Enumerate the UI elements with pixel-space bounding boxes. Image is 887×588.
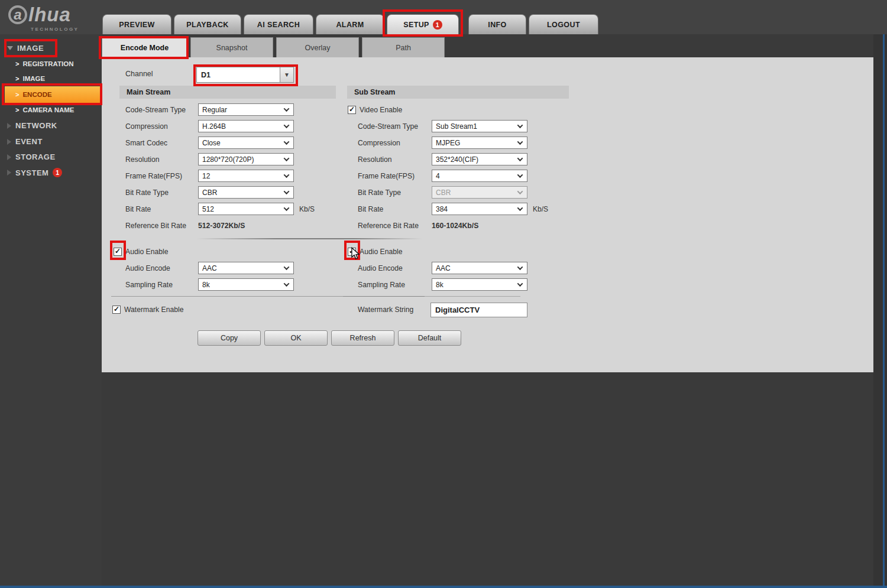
main-bit-rate-select[interactable]: 512 <box>198 203 294 215</box>
audio-main-sampling-rate-select[interactable]: 8k <box>198 278 294 291</box>
nav-tab-ai-search[interactable]: AI SEARCH <box>244 14 313 34</box>
sub-bit-rate-select[interactable]: 384 <box>432 203 527 215</box>
field-row: Bit Rate Type CBR <box>347 186 572 199</box>
section-divider <box>343 296 520 297</box>
nav-tab-label: LOGOUT <box>547 21 580 29</box>
sidebar: IMAGE > REGISTRATION > IMAGE > ENCODE > … <box>0 34 102 588</box>
copy-button[interactable]: Copy <box>198 330 261 346</box>
nav-tab-playback[interactable]: PLAYBACK <box>174 14 241 34</box>
ok-button[interactable]: OK <box>264 330 328 346</box>
setup-alert-badge: 1 <box>433 20 442 30</box>
subtab-label: Snapshot <box>216 44 248 52</box>
default-button[interactable]: Default <box>398 330 461 346</box>
select-value: CBR <box>436 189 451 197</box>
sidebar-group-network[interactable]: NETWORK <box>7 121 57 130</box>
triangle-right-icon <box>7 139 11 145</box>
sub-resolution-select[interactable]: 352*240(CIF) <box>432 153 527 165</box>
main-smart-codec-select[interactable]: Close <box>198 137 294 149</box>
nav-tab-info[interactable]: INFO <box>468 14 526 34</box>
sub-frame-rate-select[interactable]: 4 <box>432 170 527 182</box>
field-row: Sampling Rate 8k <box>348 278 572 291</box>
nav-tab-setup[interactable]: SETUP 1 <box>387 14 459 34</box>
channel-row: Channel <box>125 66 196 82</box>
sidebar-item-label: REGISTRATION <box>22 60 73 67</box>
field-row: Bit Rate Type CBR <box>119 186 336 199</box>
sidebar-item-image[interactable]: > IMAGE <box>15 75 45 82</box>
main-bit-rate-type-select[interactable]: CBR <box>198 186 294 199</box>
triangle-down-icon <box>7 46 13 50</box>
button-label: Copy <box>221 334 238 342</box>
field-label: Smart Codec <box>119 139 198 147</box>
chevron-down-icon <box>284 281 290 287</box>
watermark-enable-checkbox[interactable] <box>112 306 121 314</box>
watermark-enable-row: Watermark Enable <box>112 306 183 314</box>
audio-main-encode-select[interactable]: AAC <box>198 262 294 274</box>
screen-edge-blue-bottom <box>0 586 887 588</box>
sub-code-stream-type-select[interactable]: Sub Stream1 <box>432 120 527 132</box>
select-value: 512 <box>202 205 214 213</box>
field-row: Audio Encode AAC <box>348 262 572 274</box>
select-value: 12 <box>202 172 210 180</box>
chevron-down-icon <box>284 122 290 128</box>
audio-sub-sampling-rate-select[interactable]: 8k <box>432 278 527 291</box>
audio-enable-main-checkbox[interactable] <box>114 248 122 256</box>
sidebar-item-camera-name[interactable]: > CAMERA NAME <box>15 106 75 113</box>
chevron-right-icon: > <box>15 106 19 113</box>
video-enable-label: Video Enable <box>360 106 402 114</box>
field-row: Bit Rate 512 Kb/S <box>119 203 336 215</box>
video-enable-row: Video Enable <box>347 103 572 116</box>
sidebar-item-registration[interactable]: > REGISTRATION <box>15 60 73 67</box>
main-code-stream-type-select[interactable]: Regular <box>198 103 294 116</box>
sidebar-group-system[interactable]: SYSTEM 1 <box>7 168 62 177</box>
reference-bit-rate-row: Reference Bit Rate 160-1024Kb/S <box>347 220 572 232</box>
tab-snapshot[interactable]: Snapshot <box>190 37 273 57</box>
encode-mode-panel: Channel D1 ▼ Main Stream Code-Stream Typ… <box>102 57 873 372</box>
chevron-down-icon <box>517 122 523 128</box>
audio-enable-row: Audio Enable <box>114 245 332 258</box>
chevron-down-icon <box>517 189 523 194</box>
dahua-web-ui: a lhua TECHNOLOGY PREVIEW PLAYBACK AI SE… <box>0 0 887 588</box>
field-row: Smart Codec Close <box>119 137 336 149</box>
triangle-right-icon <box>7 170 11 176</box>
video-enable-checkbox[interactable] <box>348 106 356 114</box>
tab-encode-mode[interactable]: Encode Mode <box>102 37 187 57</box>
refresh-button[interactable]: Refresh <box>331 330 394 346</box>
channel-dropdown-button[interactable]: ▼ <box>280 67 293 82</box>
sidebar-item-label: ENCODE <box>22 91 51 98</box>
select-value: Regular <box>202 106 227 114</box>
sub-compression-select[interactable]: MJPEG <box>432 137 527 149</box>
channel-select[interactable]: D1 ▼ <box>196 67 294 83</box>
chevron-down-icon <box>517 281 523 287</box>
watermark-string-input[interactable] <box>430 303 527 317</box>
sidebar-group-label: EVENT <box>15 137 43 146</box>
audio-enable-sub-checkbox[interactable] <box>348 248 356 256</box>
nav-tab-logout[interactable]: LOGOUT <box>529 14 598 34</box>
audio-enable-row: Audio Enable <box>348 245 572 258</box>
chevron-right-icon: > <box>15 60 19 67</box>
sidebar-item-encode[interactable]: > ENCODE <box>5 86 100 103</box>
nav-tab-label: AI SEARCH <box>257 21 300 29</box>
audio-sub-encode-select[interactable]: AAC <box>432 262 527 274</box>
audio-enable-label: Audio Enable <box>360 248 403 256</box>
sidebar-group-event[interactable]: EVENT <box>7 137 43 146</box>
sidebar-item-label: CAMERA NAME <box>22 106 74 113</box>
field-label: Frame Rate(FPS) <box>347 172 432 180</box>
field-label: Resolution <box>347 155 432 164</box>
main-resolution-select[interactable]: 1280*720(720P) <box>198 153 294 165</box>
nav-tab-preview[interactable]: PREVIEW <box>102 14 171 34</box>
field-label: Resolution <box>119 155 198 164</box>
chevron-down-icon <box>284 205 290 211</box>
nav-tab-alarm[interactable]: ALARM <box>316 14 384 34</box>
tab-path[interactable]: Path <box>362 37 445 57</box>
sidebar-group-storage[interactable]: STORAGE <box>7 152 56 161</box>
main-frame-rate-select[interactable]: 12 <box>198 170 294 182</box>
sidebar-group-image[interactable]: IMAGE <box>7 44 44 53</box>
reference-value: 512-3072Kb/S <box>198 222 245 230</box>
tab-overlay[interactable]: Overlay <box>276 37 359 57</box>
select-value: H.264B <box>202 122 226 131</box>
nav-tab-label: PLAYBACK <box>186 21 229 29</box>
nav-tab-label: PREVIEW <box>119 21 154 29</box>
audio-enable-label: Audio Enable <box>125 248 169 256</box>
main-compression-select[interactable]: H.264B <box>198 120 294 132</box>
select-value: 384 <box>436 205 448 213</box>
